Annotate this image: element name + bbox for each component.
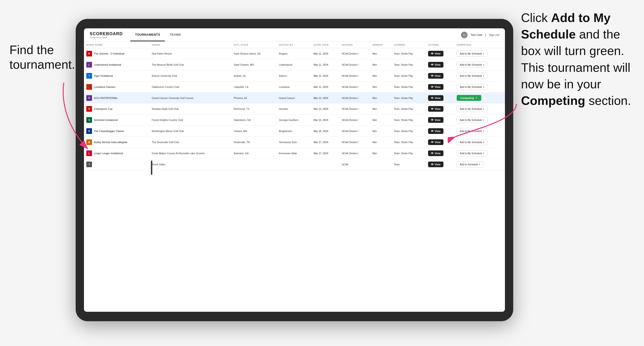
add-to-schedule-button[interactable]: Add to My Schedule + — [457, 106, 488, 112]
view-button[interactable]: 👁View — [428, 117, 444, 123]
actions-cell: 👁View — [426, 137, 454, 148]
venue-text: Great Waters Course At Reynolds Lake Oco… — [152, 152, 204, 155]
city-cell: Auburn, AL — [231, 70, 276, 81]
tablet-frame: SCOREBOARD Powered by clippd TOURNAMENTS… — [76, 19, 513, 321]
gender-cell: Men — [370, 115, 392, 126]
eye-icon: 👁 — [431, 141, 434, 144]
view-button[interactable]: 👁View — [428, 51, 444, 56]
event-name-text: The Carpetbagger Classic — [94, 130, 124, 133]
scoring-text: Team, Stroke Play — [394, 141, 413, 144]
plus-icon: + — [483, 119, 484, 121]
event-name-cell: ? — [84, 159, 150, 170]
scoring-cell: Team, — [392, 159, 426, 170]
scoring-cell: Team, Stroke Play — [392, 81, 426, 93]
event-name-cell: H Champions Cup — [84, 103, 150, 115]
gender-text: Men — [372, 75, 377, 77]
table-row: B The Carpetbagger Classic Worthington M… — [84, 126, 505, 137]
competing-cell: Add to My Schedule + — [454, 148, 505, 159]
event-name-text: Tiger Invitational — [94, 74, 113, 77]
gender-text: Men — [372, 63, 377, 66]
hosted-by-text: Rutgers — [279, 52, 288, 55]
tablet-side-button — [151, 161, 152, 175]
add-to-schedule-button[interactable]: Add to Schedule + — [457, 161, 484, 168]
competing-cell: Add to My Schedule + — [454, 70, 505, 81]
event-name-cell: T Tiger Invitational — [84, 70, 150, 81]
add-to-schedule-button[interactable]: Add to My Schedule + — [457, 84, 488, 90]
add-to-schedule-button[interactable]: Add to My Schedule + — [457, 62, 488, 68]
city-text: Auburn, AL — [234, 74, 246, 77]
team-logo: H — [86, 106, 92, 112]
start-date-text: Mar 12, 2024 — [314, 97, 328, 99]
view-button[interactable]: 👁View — [428, 162, 444, 167]
view-button[interactable]: 👁View — [428, 62, 444, 68]
col-hosted-by: HOSTED BY — [276, 42, 311, 48]
eye-icon: 👁 — [431, 63, 434, 66]
actions-cell: 👁View — [426, 159, 454, 170]
hosted-by-text: Houston — [279, 107, 288, 110]
view-button[interactable]: 👁View — [428, 151, 444, 156]
eye-icon: 👁 — [431, 163, 434, 166]
add-to-schedule-button[interactable]: Add to My Schedule + — [457, 150, 488, 156]
city-cell: Phoenix, AZ — [231, 93, 276, 103]
view-button[interactable]: 👁View — [428, 128, 444, 134]
add-schedule-label: Add to My Schedule — [460, 130, 482, 133]
event-name-cell: L Lindenwood Invitational — [84, 59, 150, 70]
sign-out-link[interactable]: Sign out — [489, 33, 499, 37]
venue-text: The Sevierville Golf Club — [152, 141, 179, 144]
add-schedule-label: Add to My Schedule — [460, 85, 482, 88]
team-logo: ? — [86, 162, 92, 167]
add-to-schedule-button[interactable]: Add to My Schedule + — [457, 50, 488, 57]
event-name-text: GCU INVITATIONAL — [94, 97, 118, 99]
eye-icon: 👁 — [431, 85, 434, 88]
scoring-text: Team, Stroke Play — [394, 108, 413, 110]
team-logo: S — [86, 117, 92, 123]
start-date-cell: Mar 11, 2024 — [311, 59, 340, 70]
competing-button[interactable]: Competing ✓ — [457, 95, 481, 101]
division-cell: NCAA Division I — [340, 93, 370, 103]
gender-cell — [370, 159, 392, 170]
add-to-schedule-button[interactable]: Add to My Schedule + — [457, 117, 488, 123]
team-logo: L — [86, 151, 92, 156]
table-row: S Schenkel Invitational Forest Heights C… — [84, 115, 505, 126]
division-text: NCAA Division I — [342, 108, 358, 110]
event-name-text: Linger Longer Invitational — [94, 152, 123, 155]
scoring-text: Team, Stroke Play — [394, 63, 413, 66]
scoring-cell: Team, Stroke Play — [392, 115, 426, 126]
hosted-by-cell: Lindenwood — [276, 59, 311, 70]
scoring-text: Team, — [394, 163, 400, 166]
view-button[interactable]: 👁View — [428, 95, 444, 101]
division-text: NCAA Division I — [342, 141, 358, 144]
col-venue: VENUE — [150, 42, 232, 48]
table-row: R The Johnnie - O Individual Sea Palms R… — [84, 48, 505, 59]
actions-cell: 👁View — [426, 48, 454, 59]
competing-cell: Add to My Schedule + — [454, 59, 505, 70]
scoring-cell: Team, Stroke Play — [392, 59, 426, 70]
add-to-schedule-button[interactable]: Add to My Schedule + — [457, 73, 488, 79]
start-date-cell: Mar 11, 2024 — [311, 70, 340, 81]
start-date-text: Mar 11, 2024 — [314, 52, 328, 55]
view-button[interactable]: 👁View — [428, 84, 444, 90]
view-button[interactable]: 👁View — [428, 106, 444, 112]
city-cell: Saint Simons Island, GA — [231, 48, 276, 59]
division-cell: NCAA Division I — [340, 126, 370, 137]
nav-tab-tournaments[interactable]: TOURNAMENTS — [130, 28, 165, 41]
city-text: Urbana, MD — [234, 130, 247, 133]
start-date-cell: Mar 15, 2024 — [311, 115, 340, 126]
city-text: Sevierville, TN — [234, 141, 250, 144]
add-to-schedule-button[interactable]: Add to My Schedule + — [457, 139, 488, 145]
table-body: R The Johnnie - O Individual Sea Palms R… — [84, 48, 505, 170]
event-name-text: Schenkel Invitational — [94, 119, 118, 121]
city-cell — [231, 159, 276, 170]
add-schedule-label: Add to Schedule — [460, 163, 478, 166]
add-to-schedule-button[interactable]: Add to My Schedule + — [457, 128, 488, 134]
hosted-by-text: Georgia Southern — [279, 119, 298, 121]
col-scoring: SCORING — [392, 42, 426, 48]
view-button[interactable]: 👁View — [428, 139, 444, 145]
scoring-cell: Team, Stroke Play — [392, 48, 426, 59]
venue-text: Worthington Manor Golf Club — [152, 130, 184, 133]
header-right: U Test User | Sign out — [461, 32, 499, 38]
venue-cell: Shadow Hawk Golf Club — [150, 103, 232, 115]
nav-tab-teams[interactable]: TEAMS — [165, 28, 186, 41]
view-button[interactable]: 👁View — [428, 73, 444, 79]
scoring-cell: Team, Stroke Play — [392, 70, 426, 81]
